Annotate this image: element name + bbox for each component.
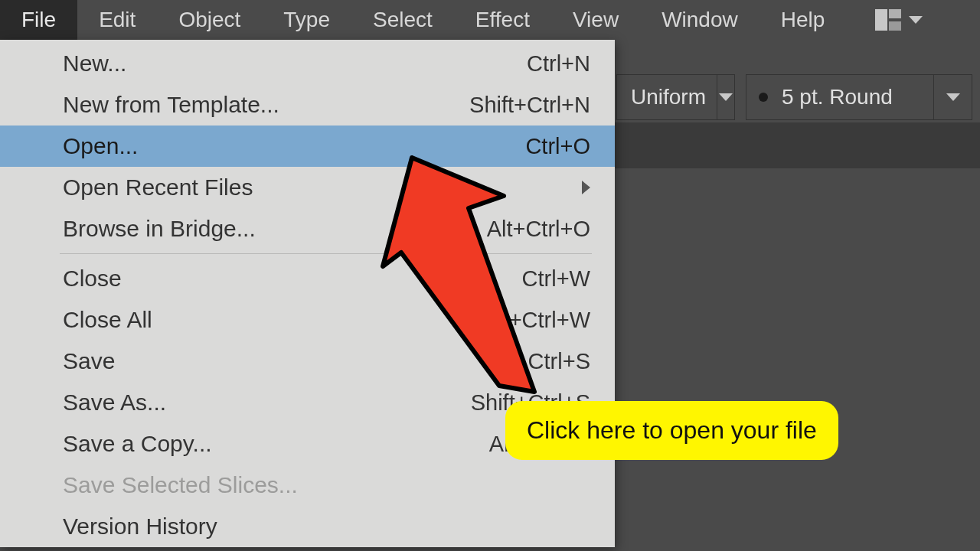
chevron-down-icon bbox=[909, 16, 923, 24]
brush-definition-dropdown[interactable]: 5 pt. Round bbox=[746, 74, 972, 120]
menuitem-shortcut: Alt+Ctrl+W bbox=[483, 308, 590, 333]
workspace-grid-icon bbox=[875, 9, 901, 31]
file-menu-dropdown: New... Ctrl+N New from Template... Shift… bbox=[0, 40, 615, 547]
menuitem-shortcut: Ctrl+O bbox=[525, 134, 590, 159]
menuitem-shortcut: Ctrl+N bbox=[527, 51, 590, 77]
stroke-profile-dropdown[interactable]: Uniform bbox=[616, 74, 735, 120]
menuitem-label: Browse in Bridge... bbox=[63, 216, 256, 242]
menuitem-open[interactable]: Open... Ctrl+O bbox=[0, 126, 615, 167]
menu-select[interactable]: Select bbox=[351, 0, 454, 40]
menuitem-label: Close bbox=[63, 266, 122, 292]
menu-window[interactable]: Window bbox=[640, 0, 760, 40]
brush-label: 5 pt. Round bbox=[768, 85, 903, 109]
brush-preview-icon bbox=[759, 93, 768, 102]
menuitem-label: Close All bbox=[63, 307, 152, 333]
menuitem-shortcut: Ctrl+S bbox=[528, 349, 590, 374]
menuitem-label: Open Recent Files bbox=[63, 174, 253, 201]
menuitem-label: Open... bbox=[63, 133, 138, 159]
menu-edit[interactable]: Edit bbox=[77, 0, 157, 40]
menu-file[interactable]: File bbox=[0, 0, 77, 40]
menuitem-shortcut: Alt+Ctrl+O bbox=[487, 217, 590, 242]
menu-type[interactable]: Type bbox=[262, 0, 351, 40]
menuitem-label: Save a Copy... bbox=[63, 431, 212, 457]
menuitem-open-recent[interactable]: Open Recent Files bbox=[0, 167, 615, 208]
menuitem-label: Save bbox=[63, 348, 115, 374]
chevron-down-icon bbox=[719, 93, 733, 101]
menu-separator bbox=[60, 253, 592, 254]
menu-object[interactable]: Object bbox=[157, 0, 262, 40]
menuitem-label: Save As... bbox=[63, 390, 166, 416]
tutorial-callout: Click here to open your file bbox=[505, 401, 838, 460]
stroke-profile-label: Uniform bbox=[617, 85, 717, 109]
menuitem-shortcut: Shift+Ctrl+N bbox=[469, 93, 590, 118]
menuitem-save[interactable]: Save Ctrl+S bbox=[0, 341, 615, 382]
menubar: File Edit Object Type Select Effect View… bbox=[0, 0, 980, 40]
menuitem-label: New from Template... bbox=[63, 92, 279, 118]
menu-help[interactable]: Help bbox=[760, 0, 847, 40]
submenu-arrow-icon bbox=[582, 181, 590, 194]
menuitem-close[interactable]: Close Ctrl+W bbox=[0, 258, 615, 299]
menuitem-browse-in-bridge[interactable]: Browse in Bridge... Alt+Ctrl+O bbox=[0, 208, 615, 249]
workspace-switcher[interactable] bbox=[875, 9, 923, 31]
menuitem-shortcut: Ctrl+W bbox=[522, 266, 590, 292]
menuitem-version-history[interactable]: Version History bbox=[0, 506, 615, 547]
menuitem-save-selected-slices: Save Selected Slices... bbox=[0, 465, 615, 506]
menu-view[interactable]: View bbox=[551, 0, 640, 40]
menuitem-label: Version History bbox=[63, 514, 217, 540]
chevron-down-icon bbox=[946, 93, 960, 101]
menuitem-new[interactable]: New... Ctrl+N bbox=[0, 43, 615, 84]
menuitem-close-all[interactable]: Close All Alt+Ctrl+W bbox=[0, 299, 615, 341]
menuitem-new-from-template[interactable]: New from Template... Shift+Ctrl+N bbox=[0, 84, 615, 126]
menu-effect[interactable]: Effect bbox=[454, 0, 551, 40]
menuitem-label: Save Selected Slices... bbox=[63, 472, 298, 498]
menuitem-label: New... bbox=[63, 51, 126, 77]
